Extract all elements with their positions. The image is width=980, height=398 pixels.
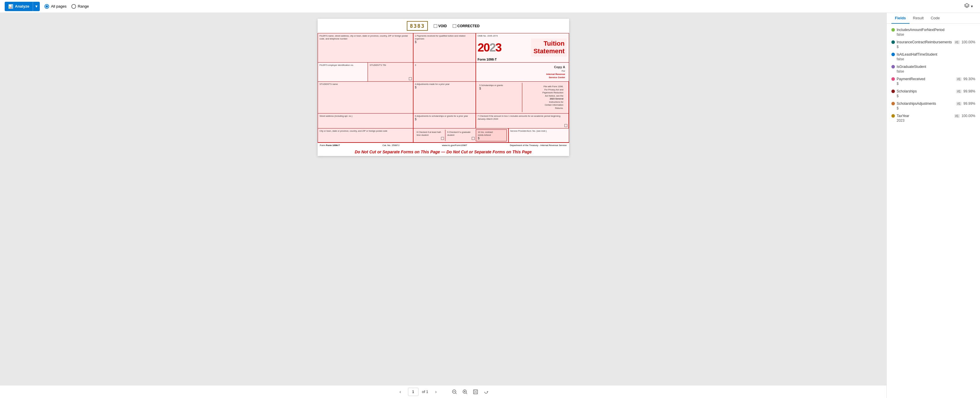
prev-page-button[interactable]: ‹ <box>396 388 404 396</box>
box8-checkbox[interactable] <box>441 137 444 140</box>
dropdown-arrow-icon: ▾ <box>35 4 37 8</box>
field-item: Scholarships#199.98%$ <box>887 88 980 100</box>
field-value: false <box>891 69 975 74</box>
form-footer: Form Form 1098-T Cat. No. 25087J www.irs… <box>318 142 569 148</box>
analyze-dropdown[interactable]: ▾ <box>33 2 40 11</box>
range-radio[interactable]: Range <box>72 4 89 9</box>
all-pages-radio[interactable]: All pages <box>45 4 67 9</box>
privacy-cell: File with Form 1096. For Privacy Act and… <box>522 83 567 112</box>
field-badge: #1 <box>954 114 960 118</box>
zoom-in-button[interactable] <box>461 388 469 396</box>
field-value: $ <box>891 82 975 86</box>
field-name-text: ScholarshipsAdjustments <box>897 102 954 105</box>
box1-cell: 1 Payments received for qualified tuitio… <box>413 34 476 62</box>
tin-checkbox[interactable] <box>409 77 412 80</box>
analyze-button[interactable]: 📊 Analyze ▾ <box>5 2 40 11</box>
tab-fields[interactable]: Fields <box>891 13 910 24</box>
box7-checkbox[interactable] <box>565 124 567 127</box>
field-dot <box>891 90 895 93</box>
box8-label: 8 Checked if at least half-time student <box>417 131 444 137</box>
box9-checkbox[interactable] <box>472 137 475 140</box>
copy-a-cell: Copy A For Internal Revenue Service Cent… <box>476 62 568 82</box>
zoom-controls <box>450 388 490 396</box>
next-page-button[interactable]: › <box>432 388 440 396</box>
box3-cell: 3 <box>413 62 476 82</box>
field-item: TaxYear#1100.00%2023 <box>887 112 980 125</box>
field-name-text: IncludesAmountForNextPeriod <box>897 28 975 32</box>
field-confidence: 100.00% <box>962 114 975 118</box>
tab-result[interactable]: Result <box>910 13 928 24</box>
doc-viewport[interactable]: 8383 VOID CORRECTED <box>0 13 886 385</box>
box6-label: 6 Adjustments to scholarships or grants … <box>415 115 474 118</box>
corrected-checkbox[interactable] <box>453 24 456 28</box>
corrected-checkbox-area: CORRECTED <box>453 24 480 28</box>
acct-label: Service Provider/Acct. No. (see instr.) <box>510 129 567 133</box>
student-name-label: STUDENT'S name <box>320 83 411 86</box>
field-dot <box>891 40 895 44</box>
page-number-input[interactable] <box>408 388 418 396</box>
acct-cell: Service Provider/Acct. No. (see instr.) <box>509 128 569 142</box>
field-value: 2023 <box>891 118 975 123</box>
rotate-button[interactable] <box>482 388 490 396</box>
field-name-text: IsAtLeastHalfTimeStudent <box>897 53 975 56</box>
field-name-text: IsGraduateStudent <box>897 65 975 69</box>
field-name-row: TaxYear#1100.00% <box>891 114 975 118</box>
pagination: ‹ of 1 › <box>0 385 886 398</box>
field-name-row: IsGraduateStudent <box>891 65 975 69</box>
field-dot <box>891 28 895 32</box>
field-confidence: 99.98% <box>963 89 975 93</box>
field-name-text: PaymentReceived <box>897 77 954 81</box>
svg-line-6 <box>466 393 467 394</box>
form-number-label: Form 1098-T <box>477 58 567 61</box>
box10-cell: 10 Ins. contract reimb./refund $ <box>476 129 506 141</box>
svg-line-2 <box>456 393 457 394</box>
layers-button[interactable]: ▾ <box>962 2 975 11</box>
field-item: ScholarshipsAdjustments#199.99%$ <box>887 100 980 112</box>
copy-a-info: Copy A For Internal Revenue Service Cent… <box>477 64 567 80</box>
void-label: VOID <box>438 24 447 28</box>
all-pages-radio-circle <box>45 4 49 9</box>
zoom-out-button[interactable] <box>450 388 458 396</box>
form-header: 8383 VOID CORRECTED <box>318 19 569 33</box>
field-name-row: InsuranceContractReimbursements#1100.00% <box>891 40 975 44</box>
main-content: 8383 VOID CORRECTED <box>0 13 980 398</box>
box5-dollar: $ <box>479 87 520 90</box>
field-badge: #1 <box>956 77 962 81</box>
fields-list: IncludesAmountForNextPeriodfalseInsuranc… <box>887 24 980 398</box>
toolbar-right: ▾ <box>962 2 975 11</box>
field-name-row: ScholarshipsAdjustments#199.99% <box>891 102 975 105</box>
field-badge: #1 <box>954 40 960 44</box>
box10-dollar: $ <box>478 137 505 140</box>
form-row-1: FILER'S name, street address, city or to… <box>318 34 569 62</box>
field-value: false <box>891 57 975 61</box>
box8-cell: 8 Checked if at least half-time student <box>415 129 446 141</box>
field-value: $ <box>891 106 975 110</box>
void-checkbox[interactable] <box>434 24 437 28</box>
field-name-text: Scholarships <box>897 89 954 93</box>
box7-label: 7 Checked if the amount in box 1 include… <box>477 115 567 121</box>
street-cell: Street address (including apt. no.) <box>318 113 413 128</box>
street-label: Street address (including apt. no.) <box>320 115 411 118</box>
filer-info-label: FILER'S name, street address, city or to… <box>320 35 411 40</box>
field-confidence: 99.30% <box>963 77 975 81</box>
box3-label: 3 <box>415 64 474 67</box>
form-row-3: STUDENT'S name 4 Adjustments made for a … <box>318 82 569 113</box>
box6-cell: 6 Adjustments to scholarships or grants … <box>413 113 476 128</box>
form-row-5: City or town, state or province, country… <box>318 128 569 142</box>
box4-dollar: $ <box>415 86 474 89</box>
privacy-info: File with Form 1096. For Privacy Act and… <box>524 84 565 111</box>
fit-page-button[interactable] <box>471 388 480 396</box>
tab-code[interactable]: Code <box>927 13 943 24</box>
box7-cell: 7 Checked if the amount in box 1 include… <box>476 113 568 128</box>
analyze-btn-main[interactable]: 📊 Analyze <box>5 2 33 11</box>
boxes-8-9-10-container: 8 Checked if at least half-time student … <box>413 128 509 142</box>
footer-form: Form Form 1098-T <box>320 144 340 147</box>
ein-label: FILER'S employer identification no. <box>320 64 366 67</box>
field-dot <box>891 77 895 81</box>
box4-label: 4 Adjustments made for a prior year <box>415 83 474 86</box>
field-name-row: IsAtLeastHalfTimeStudent <box>891 53 975 56</box>
toolbar: 📊 Analyze ▾ All pages Range ▾ <box>0 0 980 13</box>
tuition-statement-title: Tuition Statement <box>531 38 567 56</box>
footer-cat: Cat. No. 25087J <box>382 144 399 147</box>
city-label: City or town, state or province, country… <box>320 129 411 133</box>
